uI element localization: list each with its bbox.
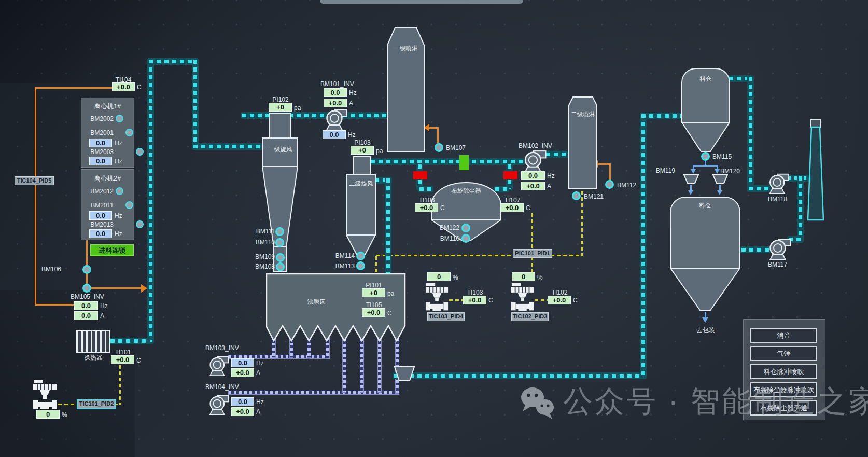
pipe-bm102-spray2 bbox=[544, 151, 570, 158]
tic104-pid5-tag[interactable]: TIC104_PID5 bbox=[15, 176, 54, 185]
bm122-valve[interactable] bbox=[461, 224, 470, 232]
bm101-hz-unit: Hz bbox=[349, 89, 357, 96]
bm103-hz[interactable]: 0.0 bbox=[231, 358, 254, 367]
orange-line-to-bm105 bbox=[35, 304, 75, 306]
bm120-hopper[interactable] bbox=[712, 174, 728, 184]
bm2011-hz[interactable]: 0.0 bbox=[89, 211, 112, 220]
air-riser-6 bbox=[360, 338, 364, 393]
bm107-motor[interactable] bbox=[435, 143, 443, 152]
bm101-fan-icon[interactable] bbox=[325, 107, 347, 131]
packaging-arrow bbox=[702, 317, 708, 323]
ti104-value: +0.0 bbox=[112, 82, 135, 91]
bm116-valve[interactable] bbox=[461, 234, 470, 243]
bm102-fan-icon[interactable] bbox=[523, 148, 547, 173]
silo-bottom-label: 料仓 bbox=[670, 202, 740, 210]
bm2013-hz[interactable]: 0.0 bbox=[89, 229, 112, 238]
bagfilter-left-valve-red[interactable] bbox=[413, 171, 427, 179]
silo-top-label: 料仓 bbox=[681, 75, 730, 83]
bm113-label: BM113 bbox=[324, 262, 355, 270]
feed-interlock-button[interactable]: 进料连锁 bbox=[90, 244, 134, 256]
bm2003-indicator[interactable] bbox=[136, 148, 144, 156]
bagfilter-bypass-button[interactable]: 布袋除尘器旁通 bbox=[750, 400, 817, 416]
pid3-control-valve-icon[interactable] bbox=[511, 282, 535, 312]
bm2001-hz[interactable]: 0.0 bbox=[89, 139, 112, 147]
bm117-fan-icon[interactable] bbox=[768, 237, 791, 260]
ti106-unit: C bbox=[440, 204, 445, 212]
bm104-amp-unit: A bbox=[256, 408, 260, 416]
silo-pulse-blow-button[interactable]: 料仓脉冲喷吹 bbox=[750, 364, 817, 379]
pid4-control-valve-icon[interactable] bbox=[425, 282, 449, 312]
bm102-amp: +0.0 bbox=[521, 182, 545, 190]
ti105-tag: TI105 bbox=[362, 301, 386, 309]
bm104-hz[interactable]: 0.0 bbox=[231, 397, 254, 406]
bm115-valve[interactable] bbox=[701, 152, 710, 161]
bm2012-label: BM2012 bbox=[83, 188, 114, 195]
pipe-cyclone2-main bbox=[361, 158, 525, 165]
bm101-inv-label: BM101_INV bbox=[320, 80, 354, 88]
bm2013-label: BM2013 bbox=[83, 221, 114, 228]
bm104-inv-label: BM104_INV bbox=[205, 383, 239, 391]
bagfilter-pulse-blow-button[interactable]: 布袋除尘器脉冲喷吹 bbox=[750, 382, 817, 397]
tic102-pid3-tag[interactable]: TIC102_PID3 bbox=[511, 312, 549, 321]
ti107-unit: C bbox=[526, 204, 530, 212]
spray-tower-1-label: 一级喷淋 bbox=[387, 45, 425, 52]
bm108-label: BM108 bbox=[244, 263, 275, 270]
tic101-pid2-tag[interactable]: TIC101_PID2 bbox=[77, 399, 116, 409]
pi102-value: +0 bbox=[269, 103, 292, 112]
orange-arrow-right bbox=[141, 284, 147, 293]
bm108-valve[interactable] bbox=[276, 262, 285, 271]
bm118-fan-icon[interactable] bbox=[768, 172, 789, 194]
bm110-valve[interactable] bbox=[275, 238, 284, 247]
bm103-fan-icon[interactable] bbox=[208, 354, 229, 376]
bm104-fan-icon[interactable] bbox=[208, 393, 229, 415]
pic101-pid1-tag[interactable]: PIC101_PID1 bbox=[513, 249, 552, 258]
cyclone2-label: 二级旋风 bbox=[346, 180, 376, 188]
bm104-hz-unit: Hz bbox=[256, 398, 264, 406]
bm106-motor[interactable] bbox=[82, 265, 91, 274]
bm2002-indicator[interactable] bbox=[116, 115, 123, 122]
bm105-inv-label: BM105_INV bbox=[71, 293, 104, 300]
bm114-valve[interactable] bbox=[356, 252, 365, 260]
bm106-label: BM106 bbox=[40, 266, 61, 273]
bagfilter-right-valve-red[interactable] bbox=[503, 171, 517, 179]
bm113-valve[interactable] bbox=[356, 261, 365, 270]
bm2013-indicator[interactable] bbox=[136, 220, 144, 228]
bm109-valve[interactable] bbox=[276, 253, 285, 262]
bm121-motor[interactable] bbox=[572, 191, 581, 200]
orange-line-panel-drop bbox=[86, 240, 88, 289]
ti106-tag: TI106 bbox=[415, 197, 439, 204]
bm101-fb[interactable]: 0.0 bbox=[323, 130, 346, 139]
ti107-value: +0.0 bbox=[500, 203, 524, 212]
bm121-label: BM121 bbox=[584, 193, 604, 200]
pi103-value: +0 bbox=[351, 146, 374, 155]
bm2003-hz[interactable]: 0.0 bbox=[89, 157, 112, 165]
bm111-valve[interactable] bbox=[275, 227, 284, 236]
bm2011-indicator[interactable] bbox=[125, 201, 133, 209]
to-packaging-label: 去包装 bbox=[690, 326, 722, 335]
bm105-hz-unit: Hz bbox=[100, 302, 108, 310]
cyclone2-neck bbox=[353, 156, 371, 175]
bm119-hopper[interactable] bbox=[683, 174, 699, 184]
bm2011-label: BM2011 bbox=[83, 202, 114, 209]
spray-tower-2-label: 二级喷淋 bbox=[568, 110, 597, 118]
bm2012-indicator[interactable] bbox=[116, 187, 123, 195]
pipe-silo1-down bbox=[747, 75, 754, 192]
bm2001-indicator[interactable] bbox=[125, 129, 133, 136]
tic103-pid4-tag[interactable]: TIC103_PID4 bbox=[427, 312, 465, 321]
heater-control-valve-icon[interactable] bbox=[32, 380, 58, 410]
orange-line-bm112-h bbox=[598, 163, 611, 165]
bm117-label: BM117 bbox=[768, 261, 787, 268]
bm105-motor[interactable] bbox=[82, 284, 91, 293]
air-hammer-button[interactable]: 气锤 bbox=[750, 346, 817, 361]
yellow-valve-ti103 bbox=[449, 299, 464, 301]
bm112-label: BM112 bbox=[617, 182, 636, 189]
mute-button[interactable]: 消音 bbox=[750, 328, 817, 343]
pipe-cyclone2-inlet-v bbox=[385, 177, 391, 275]
pipe-exchanger-link bbox=[109, 338, 150, 344]
pid3-output-value: 0 bbox=[512, 272, 535, 281]
pipe-convey-riser bbox=[640, 113, 647, 379]
pid4-output-value: 0 bbox=[427, 272, 451, 281]
bm112-motor[interactable] bbox=[605, 180, 614, 189]
pi103-tag: PI103 bbox=[351, 139, 374, 146]
bypass-valve-green[interactable] bbox=[459, 155, 469, 170]
